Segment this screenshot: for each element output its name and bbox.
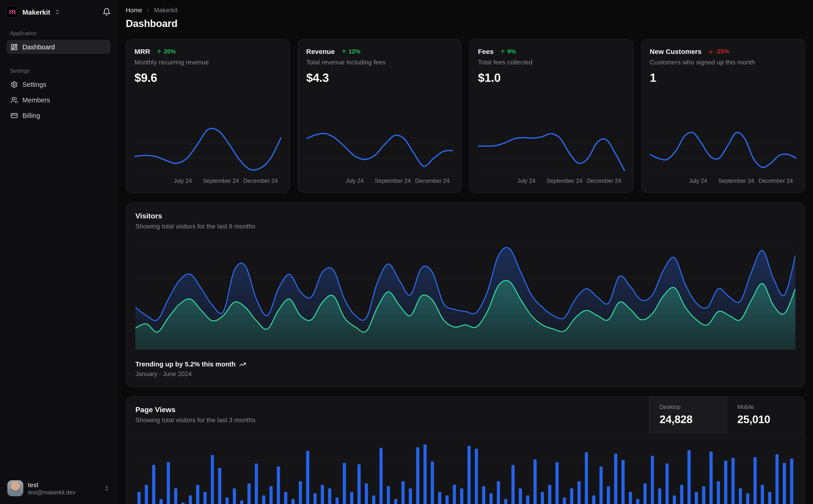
breadcrumb-current: Makerkit xyxy=(154,7,177,14)
x-tick-label: December 24 xyxy=(415,178,449,184)
nav-group-label: Settings xyxy=(6,68,111,74)
spark-x-axis: July 24 September 24 December 24 xyxy=(134,178,281,186)
app-window: m Makerkit Application Dashboard Setting… xyxy=(0,0,813,504)
stat-value: 1 xyxy=(650,71,796,85)
stat-title: New Customers xyxy=(650,48,702,55)
page-views-header: Page Views Showing total visitors for th… xyxy=(126,397,805,434)
spark-x-axis: July 24 September 24 December 24 xyxy=(478,178,625,186)
stat-description: Monthly recurring revenue xyxy=(134,58,281,66)
trend-badge: 9% xyxy=(500,48,516,55)
visitors-card: Visitors Showing total visitors for the … xyxy=(126,202,805,387)
sidebar-item-members[interactable]: Members xyxy=(6,93,111,107)
gear-icon xyxy=(11,81,18,88)
arrow-up-icon xyxy=(500,49,505,54)
stat-card-mrr: MRR 20% Monthly recurring revenue $9.6 J… xyxy=(126,39,290,193)
bell-icon[interactable] xyxy=(102,8,111,16)
stat-value: $4.3 xyxy=(306,71,453,85)
nav-group-application: Application Dashboard xyxy=(6,31,111,55)
page-views-card: Page Views Showing total visitors for th… xyxy=(126,396,805,504)
trend-badge: 12% xyxy=(341,48,360,55)
desktop-label: Desktop xyxy=(660,404,717,410)
stat-description: Customers who signed up this month xyxy=(650,58,796,66)
fees-sparkline-chart xyxy=(478,120,625,174)
user-avatar xyxy=(7,480,23,496)
mrr-sparkline-chart xyxy=(134,120,281,174)
x-tick-label: December 24 xyxy=(243,178,278,184)
toggle-mobile-series[interactable]: Mobile 25,010 xyxy=(727,397,805,433)
stat-card-fees: Fees 9% Total fees collected $1.0 July 2… xyxy=(469,39,633,193)
visitors-subtitle: Showing total visitors for the last 6 mo… xyxy=(135,223,795,230)
x-tick-label: September 24 xyxy=(546,178,582,184)
x-tick-label: September 24 xyxy=(203,178,239,184)
trend-value: -25% xyxy=(715,48,729,55)
revenue-sparkline-chart xyxy=(306,120,453,174)
visitors-trend-text: Trending up by 5.2% this month xyxy=(135,361,236,368)
makerkit-logo[interactable]: m xyxy=(6,6,18,18)
stat-card-new-customers: New Customers -25% Customers who signed … xyxy=(641,39,805,193)
x-tick-label: July 24 xyxy=(346,178,364,184)
stat-description: Total fees collected xyxy=(478,58,625,66)
mobile-label: Mobile xyxy=(737,404,794,410)
arrow-down-icon xyxy=(708,49,714,54)
user-name: test xyxy=(28,481,75,488)
sidebar-item-dashboard[interactable]: Dashboard xyxy=(6,40,111,54)
x-tick-label: December 24 xyxy=(759,178,793,184)
new-customers-sparkline-chart xyxy=(650,120,796,174)
x-tick-label: September 24 xyxy=(375,178,411,184)
spark-x-axis: July 24 September 24 December 24 xyxy=(306,178,453,186)
stat-title: Revenue xyxy=(306,48,335,55)
sidebar-item-label: Settings xyxy=(22,81,46,88)
workspace-name: Makerkit xyxy=(22,8,50,16)
main-content: Home Makerkit Dashboard MRR 20% Monthly … xyxy=(117,0,813,504)
nav-group-label: Application xyxy=(6,31,111,36)
breadcrumb: Home Makerkit xyxy=(126,7,805,14)
chevron-right-icon xyxy=(145,8,151,13)
arrow-up-icon xyxy=(156,49,162,54)
sidebar: m Makerkit Application Dashboard Setting… xyxy=(0,0,117,504)
page-title: Dashboard xyxy=(126,18,805,30)
page-views-bar-chart xyxy=(135,440,795,504)
sidebar-item-label: Dashboard xyxy=(22,43,55,50)
stat-title: MRR xyxy=(134,48,150,55)
trend-badge: 20% xyxy=(156,48,175,55)
visitors-date-range: January - June 2024 xyxy=(135,371,795,377)
chevrons-up-down-icon xyxy=(104,485,110,491)
visitors-title: Visitors xyxy=(135,212,795,220)
x-tick-label: September 24 xyxy=(718,178,754,184)
trend-value: 20% xyxy=(164,48,175,55)
stat-value: $1.0 xyxy=(478,71,625,85)
stat-description: Total revenue including fees xyxy=(306,58,453,66)
stat-title: Fees xyxy=(478,48,493,55)
x-tick-label: July 24 xyxy=(174,178,192,184)
sidebar-item-billing[interactable]: Billing xyxy=(6,108,111,122)
page-views-subtitle: Showing total visitors for the last 3 mo… xyxy=(135,416,640,424)
spark-x-axis: July 24 September 24 December 24 xyxy=(650,178,796,186)
trend-value: 12% xyxy=(349,48,360,55)
stat-value: $9.6 xyxy=(134,71,281,85)
sidebar-item-label: Billing xyxy=(22,112,40,119)
mobile-value: 25,010 xyxy=(737,413,794,426)
x-tick-label: July 24 xyxy=(517,178,535,184)
visitors-footer: Trending up by 5.2% this month January -… xyxy=(135,361,795,377)
breadcrumb-home-link[interactable]: Home xyxy=(126,7,142,14)
user-email: test@makerkit.dev xyxy=(28,489,75,496)
logo-letter: m xyxy=(9,8,16,15)
trend-badge: -25% xyxy=(708,48,729,55)
workspace-selector[interactable]: m Makerkit xyxy=(6,6,111,18)
stat-card-revenue: Revenue 12% Total revenue including fees… xyxy=(298,39,461,193)
visitors-area-chart xyxy=(135,242,795,350)
credit-card-icon xyxy=(11,112,18,119)
desktop-value: 24,828 xyxy=(660,413,717,426)
user-menu[interactable]: test test@makerkit.dev xyxy=(6,478,111,498)
trending-up-icon xyxy=(239,361,246,368)
trend-value: 9% xyxy=(507,48,516,55)
x-tick-label: December 24 xyxy=(587,178,621,184)
sidebar-item-settings[interactable]: Settings xyxy=(6,77,111,91)
page-views-title: Page Views xyxy=(135,406,640,414)
arrow-up-icon xyxy=(341,49,347,54)
chevrons-up-down-icon xyxy=(54,9,60,15)
layout-dashboard-icon xyxy=(11,43,18,50)
toggle-desktop-series[interactable]: Desktop 24,828 xyxy=(649,397,727,433)
users-icon xyxy=(11,96,18,103)
user-meta: test test@makerkit.dev xyxy=(28,481,75,496)
